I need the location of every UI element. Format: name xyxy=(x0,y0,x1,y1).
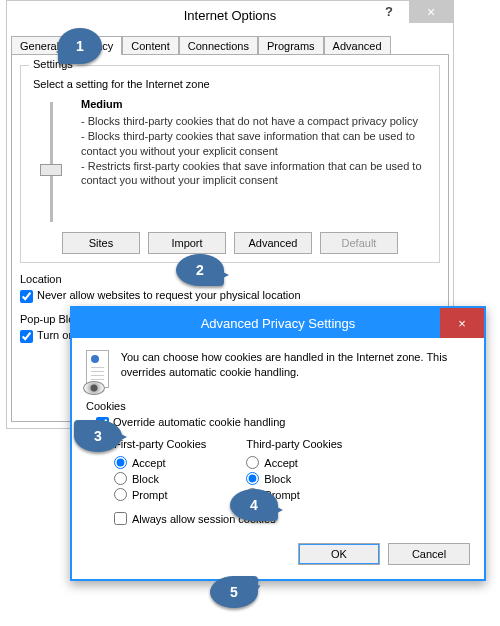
never-allow-location-text: Never allow websites to request your phy… xyxy=(37,289,301,301)
third-party-label: Third-party Cookies xyxy=(246,438,342,450)
annotation-5: 5 xyxy=(210,576,258,608)
first-party-block-text: Block xyxy=(132,473,159,485)
level-bullet-2: - Blocks third-party cookies that save i… xyxy=(81,129,431,159)
default-button: Default xyxy=(320,232,398,254)
aps-title: Advanced Privacy Settings xyxy=(201,316,356,331)
tab-connections[interactable]: Connections xyxy=(179,36,258,55)
first-party-cookies-group: First-party Cookies Accept Block Prompt xyxy=(114,438,206,504)
third-party-accept-radio[interactable]: Accept xyxy=(246,456,342,469)
ok-button[interactable]: OK xyxy=(298,543,380,565)
help-button[interactable]: ? xyxy=(371,1,407,23)
override-cookie-handling-text: Override automatic cookie handling xyxy=(113,416,285,428)
third-party-block-radio[interactable]: Block xyxy=(246,472,342,485)
first-party-block-input[interactable] xyxy=(114,472,127,485)
aps-intro: You can choose how cookies are handled i… xyxy=(121,350,470,380)
settings-button-row: Sites Import Advanced Default xyxy=(29,232,431,254)
tab-advanced[interactable]: Advanced xyxy=(324,36,391,55)
eye-icon xyxy=(83,381,105,395)
first-party-block-radio[interactable]: Block xyxy=(114,472,206,485)
level-name: Medium xyxy=(81,98,431,110)
io-titlebar: Internet Options ? × xyxy=(7,1,453,31)
import-button[interactable]: Import xyxy=(148,232,226,254)
first-party-accept-text: Accept xyxy=(132,457,166,469)
third-party-accept-text: Accept xyxy=(264,457,298,469)
cookies-section-label: Cookies xyxy=(86,400,470,412)
annotation-1: 1 xyxy=(58,28,102,64)
cancel-button[interactable]: Cancel xyxy=(388,543,470,565)
tab-programs[interactable]: Programs xyxy=(258,36,324,55)
aps-button-row: OK Cancel xyxy=(86,543,470,565)
aps-titlebar: Advanced Privacy Settings × xyxy=(72,308,484,338)
privacy-doc-icon xyxy=(86,350,109,388)
popup-input[interactable] xyxy=(20,330,33,343)
first-party-accept-radio[interactable]: Accept xyxy=(114,456,206,469)
first-party-accept-input[interactable] xyxy=(114,456,127,469)
third-party-accept-input[interactable] xyxy=(246,456,259,469)
level-description: Medium - Blocks third-party cookies that… xyxy=(81,98,431,222)
first-party-prompt-text: Prompt xyxy=(132,489,167,501)
never-allow-location-checkbox[interactable]: Never allow websites to request your phy… xyxy=(20,289,440,303)
first-party-prompt-input[interactable] xyxy=(114,488,127,501)
advanced-button[interactable]: Advanced xyxy=(234,232,312,254)
privacy-level-slider[interactable] xyxy=(29,98,73,222)
annotation-4: 4 xyxy=(230,489,278,521)
annotation-3: 3 xyxy=(74,420,122,452)
slider-thumb[interactable] xyxy=(40,164,62,176)
aps-close-button[interactable]: × xyxy=(440,308,484,338)
override-cookie-handling-checkbox[interactable]: Override automatic cookie handling xyxy=(96,416,470,430)
close-button[interactable]: × xyxy=(409,1,453,23)
sites-button[interactable]: Sites xyxy=(62,232,140,254)
level-bullet-1: - Blocks third-party cookies that do not… xyxy=(81,114,431,129)
always-allow-session-checkbox[interactable]: Always allow session cookies xyxy=(114,512,470,525)
tab-content[interactable]: Content xyxy=(122,36,179,55)
annotation-2: 2 xyxy=(176,254,224,286)
first-party-prompt-radio[interactable]: Prompt xyxy=(114,488,206,501)
third-party-block-text: Block xyxy=(264,473,291,485)
third-party-block-input[interactable] xyxy=(246,472,259,485)
never-allow-location-input[interactable] xyxy=(20,290,33,303)
always-allow-session-input[interactable] xyxy=(114,512,127,525)
settings-group: Settings Select a setting for the Intern… xyxy=(20,65,440,263)
level-bullet-3: - Restricts first-party cookies that sav… xyxy=(81,159,431,189)
zone-prompt: Select a setting for the Internet zone xyxy=(33,78,431,90)
